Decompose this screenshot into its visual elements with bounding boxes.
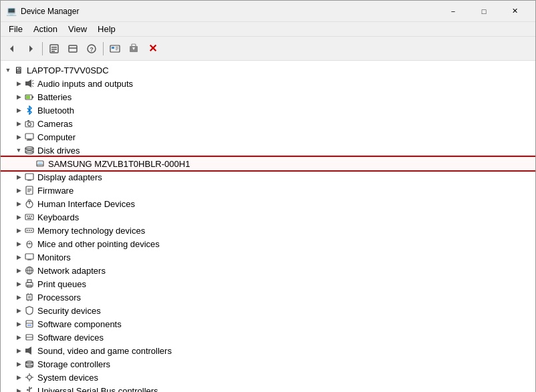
help-button[interactable]: ?: [83, 40, 100, 57]
svg-rect-3: [51, 47, 57, 48]
expand-keyboards[interactable]: ▶: [14, 212, 23, 222]
samsung-row-container: ▶ SAMSUNG MZVLB1T0HBLR-000H1: [1, 157, 535, 170]
hid-label: Human Interface Devices: [37, 199, 135, 209]
expand-software-components[interactable]: ▶: [14, 319, 23, 329]
tree-item-audio[interactable]: ▶ Audio inputs and outputs: [1, 77, 535, 90]
memory-icon: [24, 225, 35, 236]
svg-rect-13: [116, 48, 118, 49]
batteries-label: Batteries: [37, 92, 72, 102]
close-button[interactable]: ✕: [499, 1, 530, 22]
window-icon: 💻: [6, 6, 17, 17]
tree-item-samsung[interactable]: ▶ SAMSUNG MZVLB1T0HBLR-000H1: [1, 157, 535, 170]
device-tree[interactable]: ▼ 🖥 LAPTOP-T7VV0SDC ▶ Audio inputs and o…: [1, 61, 535, 392]
tree-item-display[interactable]: ▶ Display adapters: [1, 170, 535, 184]
processors-icon: [24, 292, 35, 303]
expand-root[interactable]: ▼: [3, 65, 13, 75]
tree-item-firmware[interactable]: ▶ Firmware: [1, 184, 535, 197]
menu-action[interactable]: Action: [28, 23, 63, 35]
tree-item-bluetooth[interactable]: ▶ Bluetooth: [1, 104, 535, 117]
svg-rect-18: [25, 81, 28, 85]
expand-print[interactable]: ▶: [14, 279, 23, 288]
maximize-button[interactable]: □: [468, 1, 499, 22]
usb-icon: [24, 385, 35, 392]
expand-network[interactable]: ▶: [14, 266, 23, 275]
computer-icon: [24, 132, 35, 142]
expand-hid[interactable]: ▶: [14, 199, 23, 208]
svg-point-27: [28, 123, 31, 126]
minimize-button[interactable]: −: [438, 1, 468, 22]
expand-memory[interactable]: ▶: [14, 226, 23, 235]
display-label: Display adapters: [37, 172, 102, 182]
memory-label: Memory technology devices: [37, 226, 145, 236]
svg-rect-24: [32, 96, 33, 98]
tree-item-security[interactable]: ▶ Security devices: [1, 304, 535, 317]
svg-rect-58: [31, 230, 32, 231]
svg-rect-56: [27, 230, 28, 231]
svg-rect-11: [112, 47, 114, 49]
properties-button[interactable]: [45, 40, 63, 57]
update-driver-button[interactable]: [125, 40, 142, 57]
processors-label: Processors: [37, 292, 81, 303]
samsung-icon: [35, 158, 45, 169]
menu-help[interactable]: Help: [92, 23, 121, 35]
disable-button[interactable]: [64, 40, 82, 57]
tree-item-usb[interactable]: ▶ Universal Serial Bus controllers: [1, 384, 535, 392]
title-bar: 💻 Device Manager − □ ✕: [1, 1, 535, 22]
tree-item-sound[interactable]: ▶ Sound, video and game controllers: [1, 344, 535, 357]
computer-label: Computer: [37, 132, 76, 142]
tree-item-mice[interactable]: ▶ Mice and other pointing devices: [1, 237, 535, 250]
expand-audio[interactable]: ▶: [14, 79, 23, 88]
expand-software-devices[interactable]: ▶: [14, 333, 23, 342]
tree-item-software-components[interactable]: ▶ Software components: [1, 317, 535, 331]
tree-item-hid[interactable]: ▶ Human Interface Devices: [1, 197, 535, 210]
expand-usb[interactable]: ▶: [14, 386, 23, 392]
tree-root[interactable]: ▼ 🖥 LAPTOP-T7VV0SDC: [1, 63, 535, 77]
svg-rect-6: [69, 45, 77, 52]
tree-item-storage[interactable]: ▶ Storage controllers: [1, 357, 535, 371]
svg-rect-62: [25, 254, 33, 259]
expand-sound[interactable]: ▶: [14, 346, 23, 355]
disk-icon: [24, 145, 35, 156]
title-bar-controls: − □ ✕: [438, 1, 530, 22]
tree-item-memory[interactable]: ▶ Memory technology devices: [1, 224, 535, 237]
svg-rect-80: [27, 325, 31, 326]
svg-point-95: [31, 387, 32, 389]
svg-rect-51: [27, 216, 28, 217]
tree-item-print[interactable]: ▶ Print queues: [1, 277, 535, 290]
content-area: ▼ 🖥 LAPTOP-T7VV0SDC ▶ Audio inputs and o…: [1, 61, 535, 392]
expand-computer[interactable]: ▶: [14, 132, 23, 142]
tree-item-disk[interactable]: ▼ Disk drives: [1, 144, 535, 157]
expand-disk[interactable]: ▼: [14, 146, 23, 155]
expand-display[interactable]: ▶: [14, 172, 23, 182]
expand-system[interactable]: ▶: [14, 373, 23, 382]
tree-item-keyboards[interactable]: ▶ Keyboards: [1, 210, 535, 224]
svg-text:?: ?: [90, 46, 94, 53]
tree-item-monitors[interactable]: ▶ Monitors: [1, 250, 535, 264]
uninstall-button[interactable]: ✕: [144, 40, 161, 57]
expand-batteries[interactable]: ▶: [14, 92, 23, 102]
tree-item-system[interactable]: ▶ System devices: [1, 371, 535, 384]
expand-cameras[interactable]: ▶: [14, 119, 23, 128]
expand-processors[interactable]: ▶: [14, 292, 23, 302]
storage-label: Storage controllers: [37, 359, 110, 369]
tree-item-computer[interactable]: ▶ Computer: [1, 130, 535, 144]
tree-item-network[interactable]: ▶ Network adapters: [1, 264, 535, 277]
expand-monitors[interactable]: ▶: [14, 252, 23, 262]
svg-rect-28: [27, 120, 29, 122]
menu-view[interactable]: View: [63, 23, 92, 35]
scan-button[interactable]: [106, 40, 124, 57]
expand-storage[interactable]: ▶: [14, 359, 23, 369]
tree-item-batteries[interactable]: ▶ Batteries: [1, 90, 535, 104]
menu-file[interactable]: File: [3, 23, 28, 35]
tree-item-processors[interactable]: ▶ Processors: [1, 290, 535, 304]
expand-bluetooth[interactable]: ▶: [14, 106, 23, 115]
cameras-label: Cameras: [37, 119, 73, 129]
tree-item-cameras[interactable]: ▶ Cameras: [1, 117, 535, 130]
forward-button[interactable]: [22, 40, 39, 57]
monitors-label: Monitors: [37, 252, 71, 262]
back-button[interactable]: [3, 40, 21, 57]
expand-firmware[interactable]: ▶: [14, 186, 23, 195]
expand-security[interactable]: ▶: [14, 306, 23, 315]
tree-item-software-devices[interactable]: ▶ Software devices: [1, 331, 535, 344]
expand-mice[interactable]: ▶: [14, 239, 23, 248]
